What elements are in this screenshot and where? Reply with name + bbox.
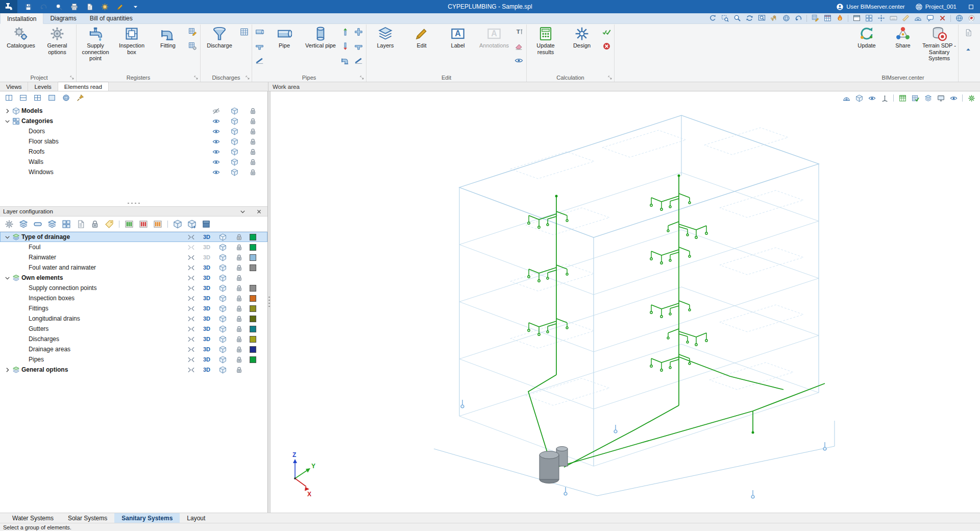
visibility-toggle[interactable]: [210, 137, 222, 147]
3d-view-toggle[interactable]: [217, 334, 228, 344]
previous-view-button[interactable]: [793, 13, 804, 23]
save-button[interactable]: [22, 2, 34, 12]
update-results-button[interactable]: Update results: [528, 25, 564, 56]
close-panel-button[interactable]: [253, 207, 264, 216]
3d-view-toggle[interactable]: [229, 157, 240, 167]
layer-row-drainage-areas[interactable]: Drainage areas3D: [0, 344, 267, 354]
3d-badge[interactable]: 3D: [202, 244, 212, 250]
supply-connection-point-button[interactable]: Supply connection point: [78, 25, 113, 63]
3d-view-toggle[interactable]: [217, 263, 228, 273]
panel-splitter[interactable]: [0, 200, 267, 206]
3d-badge[interactable]: 3D: [202, 295, 212, 301]
detach-toggle[interactable]: [185, 334, 197, 344]
lock-toggle[interactable]: [247, 147, 258, 157]
layer-color-swatch[interactable]: [250, 244, 256, 251]
detach-toggle[interactable]: [185, 355, 197, 365]
detach-toggle[interactable]: [185, 365, 197, 375]
view-3d-button[interactable]: [853, 93, 865, 103]
print-button[interactable]: [68, 2, 80, 12]
panel-tab-levels[interactable]: Levels: [28, 82, 58, 91]
zoom-all-button[interactable]: [756, 13, 767, 23]
lock-toggle[interactable]: [233, 294, 244, 303]
pin-panel-button[interactable]: [75, 92, 86, 103]
edit-registers-button[interactable]: [187, 26, 199, 38]
3d-view-toggle[interactable]: [229, 147, 240, 157]
3d-badge[interactable]: 3D: [202, 346, 212, 352]
report-button[interactable]: [84, 2, 95, 12]
edit-button[interactable]: Edit: [404, 25, 439, 50]
3d-badge[interactable]: 3D: [202, 367, 212, 373]
label-button[interactable]: ALabel: [440, 25, 476, 50]
lock-toggle[interactable]: [247, 106, 258, 116]
collapse-panel-button[interactable]: [237, 207, 248, 216]
app-logo-icon[interactable]: [0, 0, 17, 13]
more-commands-button[interactable]: [130, 2, 141, 12]
import-model-button[interactable]: [186, 218, 198, 230]
3d-viewport[interactable]: Z Y X: [271, 91, 980, 513]
lock-toggle[interactable]: [233, 355, 244, 365]
detach-toggle[interactable]: [185, 243, 197, 252]
system-tab-solar-systems[interactable]: Solar Systems: [61, 513, 114, 523]
terrain-sdp-sanitary-systems-button[interactable]: Terrain SDP - Sanitary Systems: [921, 25, 957, 63]
expander[interactable]: [3, 118, 11, 125]
3d-view-toggle[interactable]: [217, 365, 228, 375]
layer-row-gutters[interactable]: Gutters3D: [0, 324, 267, 334]
lock-toggle[interactable]: [233, 283, 244, 293]
3d-badge[interactable]: 3D: [202, 254, 212, 260]
lock-toggle[interactable]: [233, 314, 244, 324]
3d-view-toggle[interactable]: [217, 355, 228, 365]
text-style-button[interactable]: T: [513, 26, 525, 38]
measure-button[interactable]: [841, 93, 852, 103]
discharge-button[interactable]: Discharge: [202, 25, 237, 50]
detach-toggle[interactable]: [185, 273, 197, 283]
undo-button[interactable]: [38, 2, 49, 12]
layer-row-foul-water-and-rainwater[interactable]: Foul water and rainwater3D: [0, 262, 267, 273]
visibility-button[interactable]: [513, 55, 525, 66]
3d-view-toggle[interactable]: [217, 294, 228, 303]
lock-toggle[interactable]: [247, 116, 258, 126]
lock-layers-button[interactable]: [89, 218, 101, 230]
layer-color-swatch[interactable]: [250, 336, 256, 343]
layer-color-swatch[interactable]: [250, 254, 256, 261]
layer-row-general-options[interactable]: General options3D: [0, 365, 267, 375]
share-button[interactable]: Share: [885, 25, 921, 50]
3d-view-toggle[interactable]: [217, 283, 228, 293]
visibility-toggle[interactable]: [210, 106, 222, 116]
detach-toggle[interactable]: [185, 314, 197, 324]
pipe-junction-button[interactable]: [254, 40, 265, 52]
lock-toggle[interactable]: [247, 157, 258, 167]
tree-row-windows[interactable]: Windows: [0, 167, 267, 177]
hidden-elements-button[interactable]: [948, 93, 959, 103]
colors-red-button[interactable]: [137, 218, 150, 230]
system-tab-sanitary-systems[interactable]: Sanitary Systems: [114, 513, 180, 523]
lock-toggle[interactable]: [233, 232, 244, 242]
pipe-slope-button[interactable]: [254, 55, 265, 66]
layer-groups-button[interactable]: [17, 218, 30, 230]
customize-button[interactable]: [114, 2, 126, 12]
dialog-launcher-icon[interactable]: [359, 75, 365, 81]
tree-row-floor-slabs[interactable]: Floor slabs: [0, 136, 267, 147]
tab-installation[interactable]: Installation: [0, 13, 43, 24]
3d-view-toggle[interactable]: [217, 304, 228, 313]
lock-toggle[interactable]: [233, 324, 244, 334]
dialog-launcher-icon[interactable]: [193, 75, 199, 81]
system-tab-water-systems[interactable]: Water Systems: [5, 513, 61, 523]
layer-row-fittings[interactable]: Fittings3D: [0, 303, 267, 313]
view-settings-button[interactable]: [966, 93, 977, 103]
viewport-columns-button[interactable]: [3, 92, 14, 103]
bimserver-user[interactable]: User BIMserver.center: [831, 3, 910, 11]
viewport-single-button[interactable]: [46, 92, 57, 103]
3d-badge[interactable]: 3D: [202, 326, 212, 332]
layer-color-swatch[interactable]: [250, 295, 256, 302]
view-3d-button[interactable]: [60, 92, 71, 103]
horizontal-pipe-button[interactable]: [254, 26, 265, 38]
layers-button[interactable]: Layers: [368, 25, 403, 50]
lock-toggle[interactable]: [247, 167, 258, 177]
layer-row-discharges[interactable]: Discharges3D: [0, 334, 267, 344]
design-button[interactable]: Design: [564, 25, 600, 50]
3d-view-toggle[interactable]: [217, 324, 228, 334]
vertical-pipe-button[interactable]: Vertical pipe: [303, 25, 338, 50]
detach-toggle[interactable]: [185, 294, 197, 303]
solid-view-button[interactable]: [200, 218, 212, 230]
pipe-rise-button[interactable]: [339, 26, 351, 38]
